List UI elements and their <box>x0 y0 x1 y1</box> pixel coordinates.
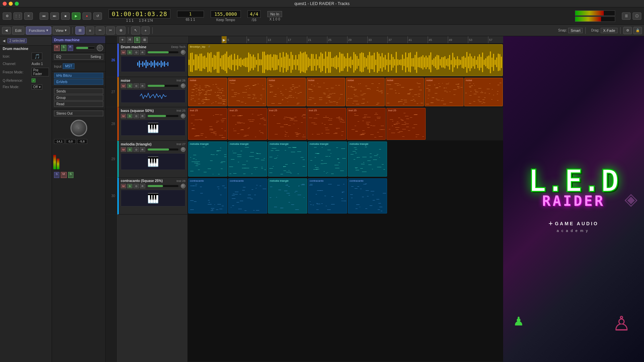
melodia-pan[interactable] <box>180 146 186 153</box>
tool-pencil[interactable]: ✏ <box>96 26 105 35</box>
bass-solo[interactable]: S <box>127 114 132 118</box>
noise-clip-6[interactable]: noise <box>385 78 424 106</box>
view-menu[interactable]: View ▾ <box>53 26 70 35</box>
contra-clip-2[interactable]: contracanto <box>228 178 267 214</box>
stop-button[interactable]: ■ <box>61 12 70 20</box>
contra-clip-1[interactable]: contracanto <box>188 178 227 214</box>
contra-pan[interactable] <box>181 184 185 188</box>
contra-clip-4[interactable]: contracanto <box>308 178 347 214</box>
maximize-button[interactable] <box>15 2 19 6</box>
noise-clip-4[interactable]: noise <box>307 78 345 106</box>
close-icon[interactable]: ✕ <box>24 12 33 20</box>
tool-add[interactable]: + <box>142 26 150 35</box>
time-sig[interactable]: 4/4 <box>248 10 261 18</box>
noise-clip-5[interactable]: noise <box>346 78 385 106</box>
functions-menu[interactable]: Functions ▾ <box>26 26 51 35</box>
main-volume-knob[interactable]: ○ <box>70 120 87 136</box>
cycle-button[interactable]: ↺ <box>93 12 102 20</box>
contra-mute[interactable]: M <box>121 184 126 188</box>
time-display[interactable]: 01:00:01:03.28 <box>109 9 170 18</box>
drum-fader[interactable] <box>148 51 178 53</box>
bass-rec[interactable]: ⊙ <box>133 114 139 118</box>
group-btn[interactable]: Group <box>54 95 103 101</box>
play-button[interactable]: ▶ <box>72 12 80 20</box>
mute-button[interactable]: H <box>54 45 60 51</box>
noise-solo[interactable]: S <box>127 83 132 88</box>
plugin2[interactable]: EnVerb <box>54 79 103 85</box>
melodia-clip-4[interactable]: melodia triangle <box>308 141 347 177</box>
bottom-s2-btn[interactable]: S <box>68 172 73 178</box>
melodia-rec[interactable]: ⊙ <box>133 147 139 152</box>
settings-icon[interactable]: ⚙ <box>3 12 11 20</box>
snap-dropdown[interactable]: Smart <box>568 28 583 33</box>
melodia-clip-2[interactable]: melodia triangle <box>228 141 267 177</box>
plugin1[interactable]: kHs Bitcru <box>54 73 103 78</box>
noise-fader[interactable] <box>148 85 178 87</box>
bass-input[interactable]: R <box>140 114 145 118</box>
sample-btn[interactable]: S <box>134 37 140 43</box>
tool-grid[interactable]: ⊞ <box>75 26 85 35</box>
noise-clip-7[interactable]: noise <box>425 78 464 106</box>
forward-button[interactable]: ⏭ <box>50 12 59 20</box>
drum-input[interactable]: R <box>140 50 145 55</box>
close-button[interactable] <box>3 2 7 6</box>
menu-icon[interactable]: ☰ <box>622 12 631 20</box>
bass-clip-3[interactable]: Inst 25 <box>268 108 307 140</box>
drag-dropdown[interactable]: X-Fade <box>601 28 618 33</box>
melodia-fader[interactable] <box>148 148 178 150</box>
melodia-solo[interactable]: S <box>127 147 132 152</box>
output-btn[interactable]: Stereo Out <box>54 111 103 116</box>
solo-button[interactable]: S <box>61 45 66 51</box>
contra-rec[interactable]: ⊙ <box>133 184 139 188</box>
track-icon[interactable]: 🎵 <box>32 53 42 60</box>
bottom-s-btn[interactable]: S <box>54 172 59 178</box>
bass-mute[interactable]: M <box>121 114 126 118</box>
mode-btn[interactable]: No In <box>267 11 282 17</box>
config-icon[interactable]: ⚙ <box>623 27 632 34</box>
qref-check[interactable]: ✓ <box>32 78 36 82</box>
settings-mini-btn[interactable]: ⊞ <box>142 37 148 43</box>
drum-clip-1[interactable]: Brooklyn_bip ↺ // Generate waveform bars… <box>188 44 503 76</box>
drum-pan[interactable] <box>181 50 185 55</box>
noise-clip-3[interactable]: noise <box>267 78 306 106</box>
keep-tempo[interactable]: Keep Tempo <box>216 18 235 22</box>
contra-fader[interactable] <box>148 185 178 187</box>
sends-btn[interactable]: Sends <box>54 88 103 94</box>
edit-menu[interactable]: Edit <box>12 26 24 35</box>
bass-fader[interactable] <box>148 115 178 117</box>
beat-display-top[interactable]: 1 <box>177 11 204 17</box>
melodia-clip-3[interactable]: melodia triangle <box>268 141 307 177</box>
melodia-input[interactable]: R <box>140 147 145 152</box>
bass-clip-2[interactable]: Inst 25 <box>228 108 267 140</box>
eq-btn[interactable]: EQ Setting <box>54 54 103 60</box>
tool-scissors[interactable]: ✂ <box>106 26 115 35</box>
record-arm-button[interactable]: R <box>68 45 73 51</box>
bass-clip-6[interactable]: Inst 25 <box>386 108 425 140</box>
volume-fader[interactable] <box>76 47 95 49</box>
contra-clip-3-melodia[interactable]: melodia triangle <box>268 178 307 214</box>
noise-rec[interactable]: ⊙ <box>133 83 139 88</box>
melodia-clip-5[interactable]: melodia triangle <box>348 141 387 177</box>
toolbar-nav-icon[interactable]: ◀ <box>2 27 11 34</box>
freeze-dropdown[interactable]: Pre Fader <box>32 68 49 76</box>
minimize-button[interactable] <box>9 2 13 6</box>
tool-list[interactable]: ≡ <box>86 26 94 35</box>
tempo-display[interactable]: 155,0000 <box>211 10 241 18</box>
noise-pan[interactable] <box>181 83 185 88</box>
bass-clip-5[interactable]: Inst 25 <box>347 108 386 140</box>
input-mst[interactable]: MST <box>63 63 74 69</box>
back-arrow[interactable]: ◀ <box>3 39 5 43</box>
tool-cursor[interactable]: ↖ <box>131 26 140 35</box>
bass-clip-1[interactable]: Inst 25 <box>188 108 227 140</box>
contra-solo[interactable]: S <box>127 184 132 188</box>
drum-mute[interactable]: M <box>121 50 126 55</box>
rewind-button[interactable]: ⏮ <box>40 12 48 20</box>
info-icon[interactable]: ⓘ <box>633 12 641 20</box>
lock-icon[interactable]: 🔒 <box>633 27 642 34</box>
add-track-btn[interactable]: + <box>119 37 125 43</box>
pan-knob[interactable] <box>97 45 103 51</box>
noise-clip-8[interactable]: noise <box>464 78 503 106</box>
bottom-m-btn[interactable]: M <box>61 172 67 178</box>
bass-clip-4[interactable]: Inst 25 <box>307 108 346 140</box>
drum-solo[interactable]: S <box>127 50 132 55</box>
